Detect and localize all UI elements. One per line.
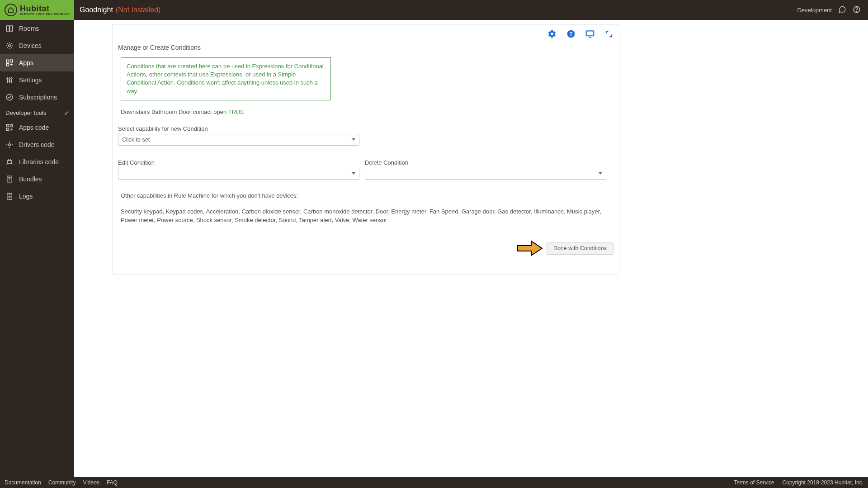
chevron-down-icon [599, 172, 602, 175]
sidebar-item-settings[interactable]: Settings [0, 71, 74, 89]
sidebar-item-label: Libraries code [19, 158, 59, 166]
app-title: Goodnight [80, 6, 113, 14]
select-capability-dropdown[interactable]: Click to set [118, 134, 359, 146]
svg-rect-3 [10, 26, 13, 31]
sidebar-item-label: Logs [19, 193, 33, 200]
display-icon[interactable] [585, 29, 594, 38]
rooms-icon [5, 24, 14, 33]
footer-copyright: Copyright 2018-2023 Hubitat, Inc. [783, 479, 863, 486]
brand-tagline: ELEVATE YOUR ENVIRONMENT [20, 13, 70, 15]
edit-condition-dropdown[interactable] [118, 168, 359, 180]
help-icon[interactable]: ? [566, 29, 576, 38]
env-label: Development [797, 7, 832, 14]
bundles-icon [5, 175, 14, 183]
chevron-down-icon [352, 138, 355, 141]
dropdown-value: Click to set [122, 137, 150, 143]
sidebar-item-logs[interactable]: Logs [0, 188, 74, 205]
app-status: (Not Installed) [116, 6, 161, 14]
edit-condition-label: Edit Condition [118, 159, 359, 166]
logo-icon [5, 4, 17, 16]
sidebar-item-label: Settings [19, 76, 42, 84]
sidebar-item-apps-code[interactable]: Apps code [0, 119, 74, 136]
apps-icon [5, 59, 14, 67]
other-capabilities-list: Security keypad, Keypad codes, Accelerat… [121, 207, 613, 225]
chat-icon[interactable] [838, 5, 846, 15]
footer-link-faq[interactable]: FAQ [107, 479, 118, 486]
sidebar-section-devtools[interactable]: Developer tools ⤢ [0, 106, 74, 119]
footer-link-documentation[interactable]: Documentation [5, 479, 41, 486]
svg-point-4 [9, 45, 11, 47]
svg-point-11 [6, 94, 13, 100]
svg-rect-20 [586, 31, 594, 36]
select-capability-label: Select capability for new Condition [118, 125, 613, 132]
other-capabilities-label: Other capabilities in Rule Machine for w… [121, 192, 613, 199]
chevron-down-icon [352, 172, 355, 175]
drivers-code-icon [5, 141, 14, 149]
sidebar-item-label: Apps code [19, 124, 49, 131]
delete-condition-label: Delete Condition [365, 159, 606, 166]
sidebar-item-apps[interactable]: Apps [0, 54, 74, 71]
sidebar-item-label: Subscriptions [19, 94, 57, 101]
done-with-conditions-button[interactable]: Done with Conditions [547, 242, 613, 255]
footer: Documentation Community Videos FAQ Terms… [0, 477, 868, 488]
sidebar-item-devices[interactable]: Devices [0, 37, 74, 54]
footer-link-community[interactable]: Community [48, 479, 76, 486]
sidebar-item-drivers-code[interactable]: Drivers code [0, 136, 74, 153]
brand-logo[interactable]: Hubitat ELEVATE YOUR ENVIRONMENT [0, 0, 74, 20]
libraries-code-icon [5, 158, 14, 166]
svg-point-9 [9, 81, 10, 82]
svg-rect-5 [6, 60, 9, 62]
sidebar-item-label: Rooms [19, 25, 39, 32]
condition-status: TRUE [228, 109, 244, 115]
settings-icon [5, 76, 14, 84]
svg-rect-13 [10, 124, 13, 127]
condition-text: Downstairs Bathroom Door contact open [121, 109, 226, 115]
logs-icon [5, 192, 14, 200]
divider [118, 263, 613, 263]
section-title: Manage or Create Conditions [118, 44, 613, 51]
devices-icon [5, 42, 14, 50]
sidebar-item-bundles[interactable]: Bundles [0, 171, 74, 188]
info-box: Conditions that are created here can be … [121, 57, 331, 100]
sidebar-item-label: Devices [19, 42, 42, 49]
top-bar: Hubitat ELEVATE YOUR ENVIRONMENT Goodnig… [0, 0, 868, 20]
sidebar: Rooms Devices Apps Settings Subscription… [0, 20, 74, 477]
sidebar-item-subscriptions[interactable]: Subscriptions [0, 89, 74, 106]
condition-line: Downstairs Bathroom Door contact open TR… [121, 109, 613, 115]
svg-rect-6 [10, 60, 13, 62]
section-label: Developer tools [5, 109, 46, 116]
svg-rect-7 [6, 64, 9, 66]
subscriptions-icon [5, 93, 14, 101]
sidebar-item-libraries-code[interactable]: Libraries code [0, 153, 74, 171]
svg-point-15 [9, 144, 11, 146]
content-area: ? Manage or Create Conditions Conditions… [74, 20, 868, 477]
svg-text:?: ? [569, 31, 572, 37]
svg-rect-2 [6, 26, 9, 31]
card-toolbar: ? [547, 29, 613, 38]
sidebar-item-label: Drivers code [19, 141, 55, 148]
svg-point-1 [856, 11, 857, 11]
footer-link-videos[interactable]: Videos [83, 479, 99, 486]
svg-point-10 [11, 78, 12, 79]
help-icon[interactable] [853, 5, 861, 15]
svg-rect-14 [6, 128, 9, 131]
gear-icon[interactable] [547, 29, 557, 38]
apps-code-icon [5, 123, 14, 132]
svg-point-8 [7, 78, 8, 80]
svg-rect-12 [6, 124, 9, 127]
brand-name: Hubitat [20, 5, 70, 13]
conditions-card: ? Manage or Create Conditions Conditions… [112, 24, 619, 275]
delete-condition-dropdown[interactable] [365, 168, 606, 180]
sidebar-item-label: Apps [19, 59, 33, 66]
page-title-area: Goodnight (Not Installed) [74, 6, 160, 14]
expand-icon[interactable] [604, 29, 613, 38]
sidebar-item-label: Bundles [19, 175, 42, 183]
footer-terms[interactable]: Terms of Service [734, 479, 774, 486]
arrow-icon [517, 239, 544, 257]
collapse-icon[interactable]: ⤢ [64, 110, 69, 116]
sidebar-item-rooms[interactable]: Rooms [0, 20, 74, 37]
